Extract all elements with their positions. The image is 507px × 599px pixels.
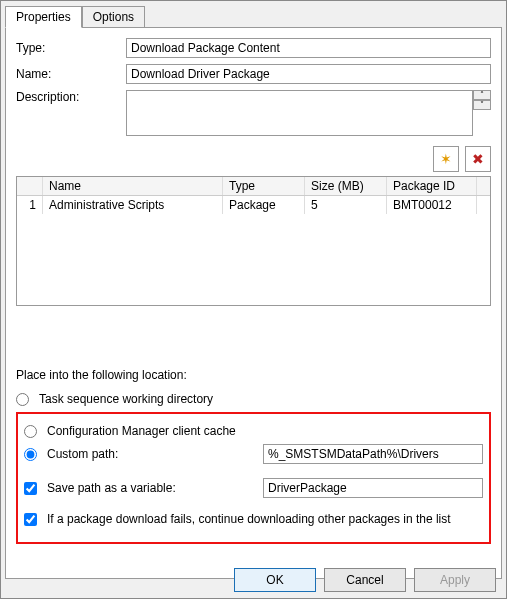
check-continue-on-fail[interactable] — [24, 513, 37, 526]
place-into-label: Place into the following location: — [16, 368, 491, 382]
new-icon[interactable]: ✶ — [433, 146, 459, 172]
description-label: Description: — [16, 90, 126, 104]
col-name[interactable]: Name — [43, 177, 223, 195]
description-scroll-down[interactable]: ˅ — [473, 100, 491, 110]
col-type[interactable]: Type — [223, 177, 305, 195]
radio-working-dir[interactable] — [16, 393, 29, 406]
type-label: Type: — [16, 41, 126, 55]
radio-custom-path[interactable] — [24, 448, 37, 461]
cell-name: Administrative Scripts — [43, 196, 223, 214]
col-index[interactable] — [17, 177, 43, 195]
delete-icon[interactable]: ✖ — [465, 146, 491, 172]
radio-working-dir-label: Task sequence working directory — [39, 392, 213, 406]
highlighted-section: Configuration Manager client cache Custo… — [16, 412, 491, 544]
cell-pkgid: BMT00012 — [387, 196, 477, 214]
cell-type: Package — [223, 196, 305, 214]
check-save-path-var-label: Save path as a variable: — [47, 481, 257, 495]
cell-size: 5 — [305, 196, 387, 214]
cell-index: 1 — [17, 196, 43, 214]
tab-properties[interactable]: Properties — [5, 6, 82, 28]
save-path-var-input[interactable] — [263, 478, 483, 498]
name-field[interactable] — [126, 64, 491, 84]
radio-client-cache-label: Configuration Manager client cache — [47, 424, 236, 438]
cancel-button[interactable]: Cancel — [324, 568, 406, 592]
col-size[interactable]: Size (MB) — [305, 177, 387, 195]
apply-button[interactable]: Apply — [414, 568, 496, 592]
packages-grid[interactable]: Name Type Size (MB) Package ID 1 Adminis… — [16, 176, 491, 306]
custom-path-input[interactable] — [263, 444, 483, 464]
description-scroll-up[interactable]: ˄ — [473, 90, 491, 100]
table-row[interactable]: 1 Administrative Scripts Package 5 BMT00… — [17, 196, 490, 214]
check-continue-on-fail-label: If a package download fails, continue do… — [47, 512, 451, 526]
name-label: Name: — [16, 67, 126, 81]
check-save-path-var[interactable] — [24, 482, 37, 495]
ok-button[interactable]: OK — [234, 568, 316, 592]
type-field: Download Package Content — [126, 38, 491, 58]
radio-client-cache[interactable] — [24, 425, 37, 438]
col-pkgid[interactable]: Package ID — [387, 177, 477, 195]
description-field[interactable] — [126, 90, 473, 136]
radio-custom-path-label: Custom path: — [47, 447, 257, 461]
tab-options[interactable]: Options — [82, 6, 145, 28]
